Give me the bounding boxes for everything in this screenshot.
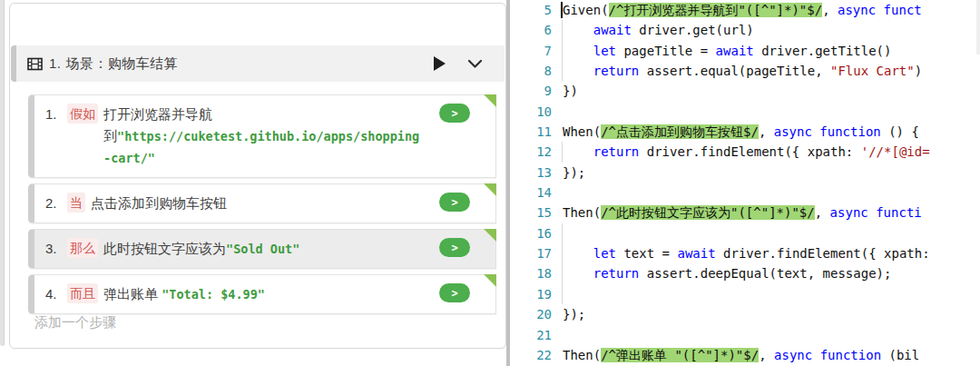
add-step-placeholder[interactable]: 添加一个步骤: [34, 314, 116, 331]
code-token: () {: [881, 124, 919, 139]
run-step-button[interactable]: >: [439, 238, 470, 257]
step-text: 打开浏览器并导航到"https://cuketest.github.io/app…: [103, 104, 430, 169]
code-line: 19: [510, 284, 980, 304]
code-token: Then(: [563, 348, 601, 362]
code-token: let: [593, 246, 616, 261]
run-scenario-button[interactable]: [434, 56, 446, 71]
code-token: [563, 23, 593, 37]
code-text: return assert.deepEqual(text, message);: [552, 263, 891, 283]
run-step-button[interactable]: >: [439, 193, 470, 212]
code-line: 17 let text = await driver.findElement({…: [510, 243, 980, 263]
step-parameter: "https://cuketest.github.io/apps/shoppin…: [117, 129, 419, 143]
code-text: [552, 102, 563, 122]
code-token: "Flux Cart": [830, 64, 915, 78]
code-token: }): [563, 84, 578, 98]
text-cursor: [561, 2, 563, 18]
step-parameter: "Sold Out": [226, 242, 299, 256]
step-number: 3.: [45, 238, 64, 260]
code-token: [868, 205, 876, 220]
code-token: await: [677, 246, 715, 261]
code-line: 11When(/^点击添加到购物车按钮$/, async function ()…: [510, 122, 980, 142]
code-token: driver.findElement({ xpath:: [639, 144, 860, 159]
step-number: 4.: [45, 283, 64, 305]
line-number: 8: [510, 61, 552, 81]
code-token: ,: [815, 205, 830, 220]
line-number: 15: [510, 203, 552, 223]
chevron-down-icon: [467, 59, 483, 69]
code-token: Given(: [563, 3, 609, 17]
collapse-scenario-button[interactable]: [467, 59, 483, 69]
code-token: return: [593, 266, 640, 281]
code-token: driver.findElement({ xpath:: [716, 246, 930, 261]
step-text-line: 点击添加到购物车按钮: [91, 193, 430, 214]
left-scrollbar[interactable]: [0, 0, 5, 346]
code-token: [563, 144, 593, 159]
line-number: 12: [510, 142, 552, 162]
step-text-line: 此时按钮文字应该为"Sold Out": [103, 238, 430, 260]
code-token: await: [593, 23, 632, 37]
code-token: [563, 246, 593, 261]
run-step-button[interactable]: >: [439, 283, 470, 302]
step-text-line: 弹出账单 "Total: $4.99": [103, 283, 430, 305]
code-line: 14: [510, 183, 980, 203]
code-token: When(: [563, 124, 601, 139]
code-token: ,: [759, 348, 774, 362]
code-text: return driver.findElement({ xpath: '//*[…: [552, 142, 930, 162]
step-number: 2.: [45, 193, 64, 214]
code-token: driver.getTitle(): [754, 44, 892, 58]
code-token: async: [838, 3, 876, 17]
step-keyword: 假如: [67, 104, 98, 124]
indent-guide: [562, 223, 563, 243]
code-line: 13});: [510, 163, 980, 183]
step-plain-text: 打开浏览器并导航: [103, 106, 212, 122]
line-number: 6: [510, 20, 552, 40]
fold-corner-icon: [484, 274, 496, 287]
code-token: '//*[@id=: [861, 144, 930, 159]
code-line: 22Then(/^弹出账单 "([^"]*)"$/, async functio…: [510, 345, 980, 365]
code-token: });: [563, 307, 585, 321]
code-line: 16: [510, 223, 980, 243]
line-number: 17: [510, 243, 552, 263]
cuketest-window: 1. 场景：购物车结算 1.假如打开浏览器并导航到"https://cukete…: [0, 0, 980, 366]
code-line: 10: [510, 102, 980, 122]
step-item[interactable]: 2.当点击添加到购物车按钮>: [28, 183, 496, 223]
code-text: When(/^点击添加到购物车按钮$/, async function () {: [552, 122, 919, 142]
line-number: 14: [510, 183, 552, 203]
code-token: assert.equal(pageTitle,: [639, 64, 830, 78]
step-plain-text: 到: [103, 128, 117, 143]
right-scrollbar[interactable]: [976, 0, 980, 54]
regex-highlight: /^打开浏览器并导航到"([^"]*)"$/: [609, 3, 823, 17]
scenario-header[interactable]: 1. 场景：购物车结算: [11, 45, 505, 82]
code-line: 9}): [510, 81, 980, 101]
code-text: Then(/^此时按钮文字应该为"([^"]*)"$/, async funct…: [552, 203, 922, 223]
code-token: [563, 44, 593, 58]
indent-guide: [562, 41, 563, 61]
step-text-line: -cart/": [103, 147, 430, 169]
step-item[interactable]: 3.那么此时按钮文字应该为"Sold Out">: [28, 229, 496, 269]
step-plain-text: 点击添加到购物车按钮: [91, 195, 227, 211]
line-number: 20: [510, 304, 552, 324]
code-line: 20});: [510, 304, 980, 324]
code-text: [552, 183, 563, 203]
scenario-panel: 1. 场景：购物车结算 1.假如打开浏览器并导航到"https://cukete…: [9, 3, 506, 349]
code-token: [876, 3, 883, 17]
step-item[interactable]: 4.而且弹出账单 "Total: $4.99">: [28, 274, 496, 314]
line-number: 21: [510, 325, 552, 345]
run-step-button[interactable]: >: [439, 104, 470, 123]
line-number: 22: [510, 345, 552, 365]
code-text: await driver.get(url): [552, 20, 754, 40]
step-parameter: "Total: $4.99": [162, 287, 265, 302]
code-token: return: [593, 64, 640, 78]
indent-guide: [562, 284, 563, 304]
indent-guide: [562, 263, 563, 283]
code-token: driver.get(url): [632, 23, 754, 37]
fold-corner-icon: [484, 229, 496, 242]
step-item[interactable]: 1.假如打开浏览器并导航到"https://cuketest.github.io…: [28, 94, 496, 178]
code-token: functi: [876, 205, 922, 220]
code-editor[interactable]: 5Given(/^打开浏览器并导航到"([^"]*)"$/, async fun…: [510, 0, 980, 366]
scenario-title: 1. 场景：购物车结算: [49, 55, 178, 73]
code-token: [563, 266, 593, 281]
code-token: });: [563, 165, 585, 180]
step-text: 此时按钮文字应该为"Sold Out": [103, 238, 430, 260]
line-number: 13: [510, 163, 552, 183]
